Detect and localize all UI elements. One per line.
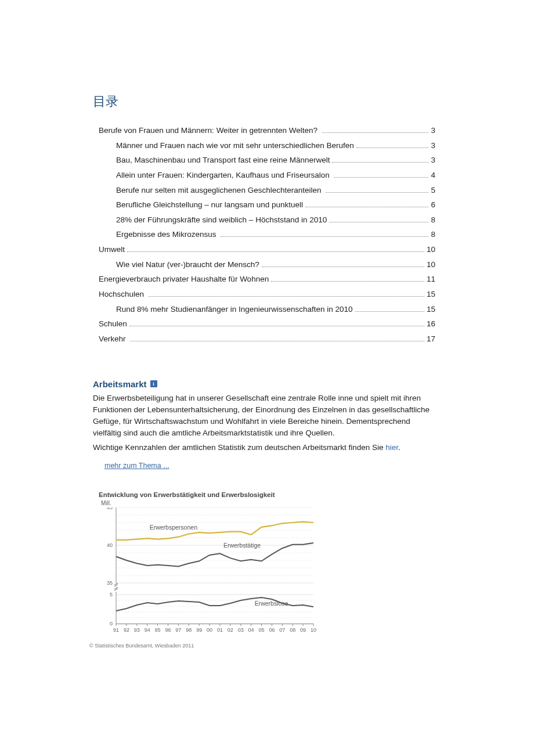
toc-entry-title: Berufliche Gleichstellung – nur langsam … [116,197,303,213]
toc-entry-title: Rund 8% mehr Studienanfänger in Ingenieu… [116,302,353,317]
toc-entry-title: Bau, Maschinenbau und Transport fast ein… [116,153,330,168]
toc-entry-title: Berufe nur selten mit ausgeglichenen Ges… [116,183,323,198]
svg-text:98: 98 [186,627,192,633]
svg-text:Erwerbslose: Erwerbslose [255,600,288,607]
toc-leader-dots [262,267,424,267]
svg-text:06: 06 [269,627,275,633]
chart-y-unit: Mill. [101,500,331,506]
section-paragraph-2: Wichtige Kennzahlen der amtlichen Statis… [93,442,435,453]
toc-leader-dots [322,132,429,133]
toc-entry[interactable]: Berufliche Gleichstellung – nur langsam … [93,197,435,213]
svg-text:07: 07 [279,627,285,633]
svg-text:93: 93 [134,627,140,633]
chart-container: Entwicklung von Erwerbstätigkeit und Erw… [99,491,331,649]
section-arbeitsmarkt: Arbeitsmarkt i Die Erwerbsbeteiligung ha… [93,379,435,649]
toc-leader-dots [355,311,424,312]
toc-entry-title: Schulen [99,316,127,332]
toc-entry[interactable]: Hochschulen 15 [93,287,435,302]
toc-entry-page: 17 [425,332,435,347]
toc-entry[interactable]: Umwelt10 [93,242,435,257]
svg-text:Erwerbstätige: Erwerbstätige [223,542,261,549]
toc-entry[interactable]: Verkehr 17 [93,332,435,347]
toc-entry[interactable]: Allein unter Frauen: Kindergarten, Kaufh… [93,168,435,183]
chart-plot-area: 3540450591929394959697989900010203040506… [99,507,319,641]
svg-text:92: 92 [124,627,129,633]
svg-text:00: 00 [207,627,212,633]
info-icon[interactable]: i [150,380,157,387]
toc-leader-dots [127,251,424,252]
toc-entry[interactable]: Berufe nur selten mit ausgeglichenen Ges… [93,183,435,198]
toc-entry-page: 3 [430,123,435,138]
toc-entry[interactable]: Bau, Maschinenbau und Transport fast ein… [93,153,435,168]
svg-text:03: 03 [238,627,244,633]
svg-text:35: 35 [107,580,113,586]
toc-entry-title: Männer und Frauen nach wie vor mit sehr … [116,138,354,153]
toc-entry[interactable]: Rund 8% mehr Studienanfänger in Ingenieu… [93,302,435,317]
toc-entry-page: 10 [425,242,435,257]
toc-entry-title: Energieverbrauch privater Haushalte für … [99,272,269,287]
toc-leader-dots [329,222,428,222]
toc-list: Berufe von Frauen und Männern: Weiter in… [93,123,435,347]
document-page: 目录 Berufe von Frauen und Männern: Weiter… [0,0,534,756]
svg-text:05: 05 [259,627,265,633]
section-heading-text: Arbeitsmarkt [93,379,147,389]
toc-entry-page: 3 [430,153,435,168]
chart-svg: 3540450591929394959697989900010203040506… [99,507,319,641]
svg-text:45: 45 [107,507,113,510]
svg-text:01: 01 [217,627,223,633]
toc-entry-page: 10 [425,257,435,272]
toc-leader-dots [305,207,429,207]
toc-entry-page: 16 [425,316,435,332]
toc-leader-dots [129,326,424,326]
toc-title: 目录 [93,93,435,110]
toc-entry-title: 28% der Führungskräfte sind weiblich – H… [116,213,327,228]
toc-entry[interactable]: Männer und Frauen nach wie vor mit sehr … [93,138,435,153]
toc-entry-page: 15 [425,287,435,302]
svg-text:10: 10 [311,627,316,633]
svg-text:95: 95 [155,627,161,633]
svg-text:0: 0 [110,621,113,627]
section-paragraph-1: Die Erwerbsbeteiligung hat in unserer Ge… [93,393,435,440]
toc-leader-dots [149,296,424,297]
toc-entry-page: 4 [430,168,435,183]
svg-text:99: 99 [196,627,202,633]
toc-entry-page: 5 [430,183,435,198]
toc-entry-page: 8 [430,227,435,242]
svg-text:97: 97 [175,627,181,633]
toc-entry-title: Allein unter Frauen: Kindergarten, Kaufh… [116,168,331,183]
svg-text:Erwerbspersonen: Erwerbspersonen [150,524,197,531]
svg-text:09: 09 [300,627,306,633]
toc-entry-title: Verkehr [99,332,128,347]
toc-entry[interactable]: 28% der Führungskräfte sind weiblich – H… [93,213,435,228]
toc-leader-dots [334,177,428,178]
toc-entry[interactable]: Ergebnisse des Mikrozensus 8 [93,227,435,242]
chart-title: Entwicklung von Erwerbstätigkeit und Erw… [99,491,331,499]
toc-entry[interactable]: Schulen16 [93,316,435,332]
svg-text:94: 94 [145,627,150,633]
toc-leader-dots [221,236,428,237]
svg-text:96: 96 [165,627,171,633]
p2-suffix: . [398,443,400,452]
p2-prefix: Wichtige Kennzahlen der amtlichen Statis… [93,443,385,452]
toc-entry[interactable]: Wie viel Natur (ver-)braucht der Mensch?… [93,257,435,272]
svg-text:08: 08 [290,627,295,633]
chart-footer: © Statistisches Bundesamt, Wiesbaden 201… [89,643,331,649]
toc-leader-dots [332,162,428,163]
toc-entry-title: Wie viel Natur (ver-)braucht der Mensch? [116,257,259,272]
svg-text:02: 02 [228,627,233,633]
toc-entry-page: 8 [430,213,435,228]
toc-entry-page: 11 [425,272,435,287]
toc-leader-dots [356,147,429,148]
toc-entry[interactable]: Berufe von Frauen und Männern: Weiter in… [93,123,435,138]
toc-entry-page: 15 [425,302,435,317]
svg-text:04: 04 [248,627,254,633]
toc-entry-title: Hochschulen [99,287,146,302]
link-hier[interactable]: hier [385,443,398,452]
more-link[interactable]: mehr zum Thema ... [104,462,169,470]
toc-leader-dots [130,341,424,341]
toc-entry-title: Umwelt [99,242,125,257]
toc-entry[interactable]: Energieverbrauch privater Haushalte für … [93,272,435,287]
toc-leader-dots [326,192,428,193]
section-heading: Arbeitsmarkt i [93,379,435,389]
toc-entry-page: 3 [430,138,435,153]
